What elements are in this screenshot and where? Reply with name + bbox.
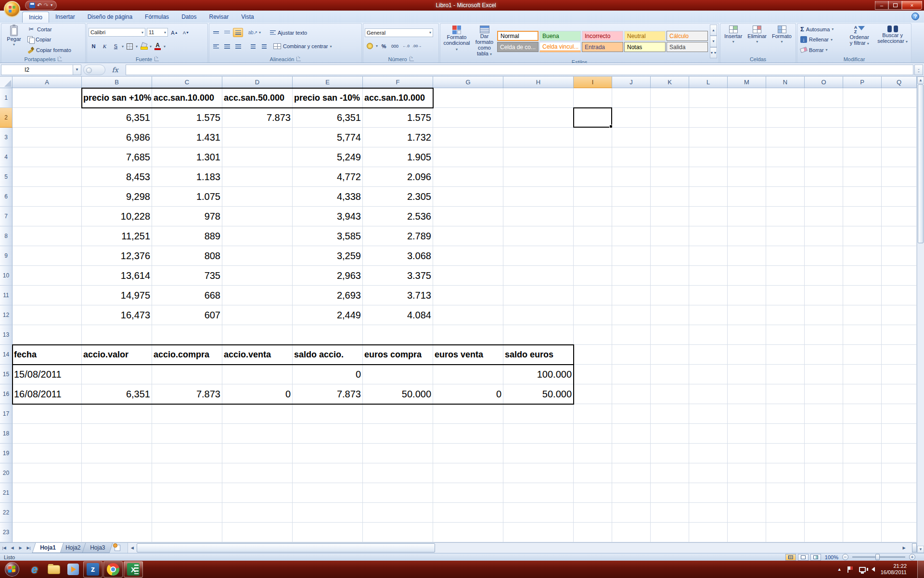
cell-D6[interactable]: [222, 187, 293, 207]
cell-L22[interactable]: [689, 503, 728, 523]
cell-D3[interactable]: [222, 128, 293, 147]
row-header-10[interactable]: 10: [0, 266, 13, 286]
clear-button[interactable]: Borrar▾: [799, 45, 843, 54]
cell-I4[interactable]: [574, 147, 612, 167]
font-color-dropdown[interactable]: ▾: [164, 44, 166, 49]
cell-H3[interactable]: [503, 128, 574, 147]
find-select-button[interactable]: Buscar yseleccionar ▾: [875, 25, 910, 54]
cell-F4[interactable]: 1.905: [363, 147, 433, 167]
cell-O20[interactable]: [805, 463, 843, 483]
align-bottom-button[interactable]: [233, 28, 243, 37]
cell-D4[interactable]: [222, 147, 293, 167]
cell-F15[interactable]: [363, 365, 433, 384]
row-header-20[interactable]: 20: [0, 463, 13, 483]
cell-D1[interactable]: acc.san.50.000: [222, 88, 293, 108]
cell-J7[interactable]: [612, 207, 651, 226]
fill-color-button[interactable]: [139, 42, 149, 51]
accounting-format-button[interactable]: [365, 41, 375, 51]
row-header-18[interactable]: 18: [0, 424, 13, 444]
cell-L4[interactable]: [689, 147, 728, 167]
cell-G5[interactable]: [433, 167, 503, 187]
cell-L11[interactable]: [689, 286, 728, 305]
cell-P7[interactable]: [843, 207, 882, 226]
format-cells-button[interactable]: Formato▾: [770, 25, 794, 54]
cell-O8[interactable]: [805, 226, 843, 246]
cell-O14[interactable]: [805, 345, 843, 365]
cell-K4[interactable]: [651, 147, 689, 167]
cell-E16[interactable]: 7.873: [293, 384, 363, 404]
cell-A10[interactable]: [13, 266, 82, 286]
fuente-dialog-launcher[interactable]: [154, 57, 159, 61]
cell-A2[interactable]: [13, 108, 82, 128]
cell-F5[interactable]: 2.096: [363, 167, 433, 187]
cell-C19[interactable]: [152, 444, 222, 463]
style-c-lculo[interactable]: Cálculo: [667, 31, 708, 41]
cell-E4[interactable]: 5,249: [293, 147, 363, 167]
cell-C9[interactable]: 808: [152, 246, 222, 266]
cell-N22[interactable]: [766, 503, 805, 523]
merge-center-button[interactable]: Combinar y centrar▾: [272, 42, 334, 51]
cell-N4[interactable]: [766, 147, 805, 167]
cell-E15[interactable]: 0: [293, 365, 363, 384]
cell-G15[interactable]: [433, 365, 503, 384]
orientation-button[interactable]: ab↗: [248, 28, 258, 37]
cell-K14[interactable]: [651, 345, 689, 365]
cell-B5[interactable]: 8,453: [82, 167, 152, 187]
cell-N11[interactable]: [766, 286, 805, 305]
cell-N16[interactable]: [766, 384, 805, 404]
taskbar-excel[interactable]: X: [124, 561, 143, 578]
cell-Q8[interactable]: [882, 226, 917, 246]
cell-G20[interactable]: [433, 463, 503, 483]
cell-A20[interactable]: [13, 463, 82, 483]
cell-B12[interactable]: 16,473: [82, 305, 152, 325]
cell-E13[interactable]: [293, 325, 363, 345]
cell-F17[interactable]: [363, 404, 433, 424]
cell-P23[interactable]: [843, 523, 882, 542]
row-header-21[interactable]: 21: [0, 483, 13, 503]
cell-E9[interactable]: 3,259: [293, 246, 363, 266]
start-button[interactable]: [5, 562, 19, 577]
minimize-button[interactable]: –: [875, 1, 888, 10]
row-header-11[interactable]: 11: [0, 286, 13, 305]
cell-D15[interactable]: [222, 365, 293, 384]
cell-E11[interactable]: 2,693: [293, 286, 363, 305]
cell-G11[interactable]: [433, 286, 503, 305]
row-header-6[interactable]: 6: [0, 187, 13, 207]
zoom-slider[interactable]: [852, 556, 905, 558]
taskbar-clock[interactable]: 21:22 16/08/2011: [881, 563, 907, 576]
cell-G12[interactable]: [433, 305, 503, 325]
cell-F19[interactable]: [363, 444, 433, 463]
cell-M20[interactable]: [728, 463, 766, 483]
column-header-M[interactable]: M: [728, 77, 766, 88]
cell-B2[interactable]: 6,351: [82, 108, 152, 128]
cell-O12[interactable]: [805, 305, 843, 325]
cell-A13[interactable]: [13, 325, 82, 345]
row-header-7[interactable]: 7: [0, 207, 13, 226]
cell-A18[interactable]: [13, 424, 82, 444]
cell-Q7[interactable]: [882, 207, 917, 226]
column-header-L[interactable]: L: [689, 77, 728, 88]
cell-N14[interactable]: [766, 345, 805, 365]
cell-K16[interactable]: [651, 384, 689, 404]
cell-E22[interactable]: [293, 503, 363, 523]
cell-M15[interactable]: [728, 365, 766, 384]
cell-E19[interactable]: [293, 444, 363, 463]
zoom-level[interactable]: 100%: [825, 554, 838, 560]
cell-I16[interactable]: [574, 384, 612, 404]
cell-Q11[interactable]: [882, 286, 917, 305]
format-painter-button[interactable]: Copiar formato: [26, 45, 73, 54]
cell-L20[interactable]: [689, 463, 728, 483]
column-header-C[interactable]: C: [152, 77, 222, 88]
page-layout-view-button[interactable]: [798, 554, 808, 561]
office-button[interactable]: [4, 1, 20, 17]
last-sheet-button[interactable]: ▶|: [25, 543, 33, 553]
cell-I1[interactable]: [574, 88, 612, 108]
font-color-button[interactable]: A: [153, 42, 163, 51]
gallery-scroll-down[interactable]: ▼: [710, 36, 717, 47]
cell-B1[interactable]: precio san +10%: [82, 88, 152, 108]
paste-button[interactable]: Pegar▾: [3, 25, 25, 54]
sheet-tab-hoja3[interactable]: Hoja3: [82, 543, 113, 553]
cell-I11[interactable]: [574, 286, 612, 305]
cell-D2[interactable]: 7.873: [222, 108, 293, 128]
cell-D20[interactable]: [222, 463, 293, 483]
